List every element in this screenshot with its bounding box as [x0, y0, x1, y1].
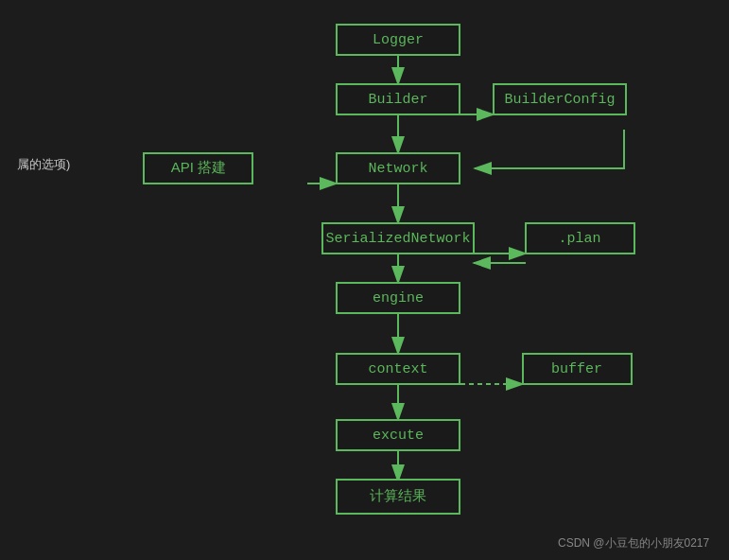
buffer-label: buffer: [551, 361, 602, 377]
api-label: API 搭建: [171, 159, 226, 175]
context-label: context: [368, 361, 427, 377]
builder-label: Builder: [368, 92, 427, 108]
diagram-container: 属的选项) Logger Builder: [0, 0, 729, 560]
logger-label: Logger: [373, 32, 424, 48]
excute-label: excute: [373, 428, 424, 444]
watermark: CSDN @小豆包的小朋友0217: [558, 536, 710, 550]
engine-label: engine: [373, 290, 424, 306]
result-label: 计算结果: [370, 487, 426, 503]
plan-label: .plan: [558, 231, 600, 247]
side-label: 属的选项): [17, 157, 70, 171]
builderconfig-label: BuilderConfig: [504, 92, 615, 108]
serialized-label: SerializedNetwork: [325, 231, 470, 247]
network-label: Network: [368, 161, 427, 177]
